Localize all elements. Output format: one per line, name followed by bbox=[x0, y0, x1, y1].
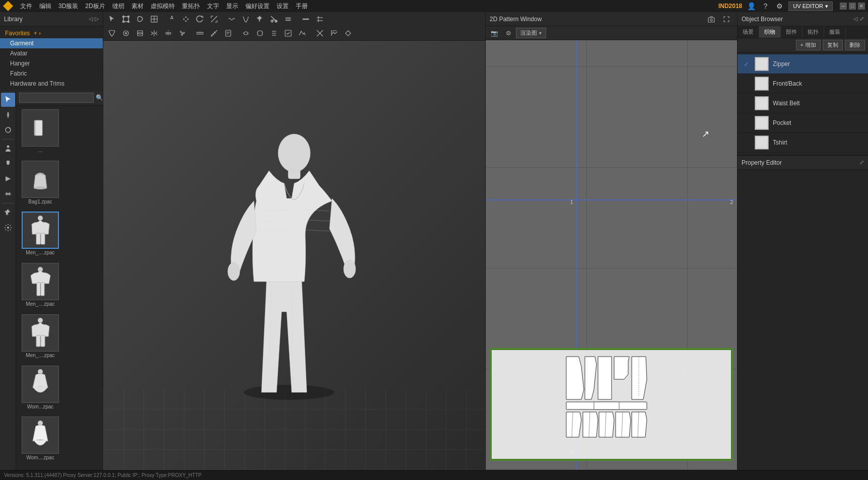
object-item-pocket[interactable]: ✓ Pocket bbox=[738, 113, 868, 133]
object-item-waistbelt[interactable]: ✓ Waist Belt bbox=[738, 94, 868, 113]
object-item-frontback[interactable]: ✓ Front/Back bbox=[738, 74, 868, 94]
menu-2d-panel[interactable]: 2D板片 bbox=[85, 2, 105, 11]
pt-camera[interactable]: 📷 bbox=[488, 27, 501, 40]
ob-close-icon[interactable]: ⤢ bbox=[859, 16, 864, 22]
vt-pin[interactable] bbox=[253, 13, 266, 26]
window-minimize-button[interactable]: ─ bbox=[840, 3, 847, 10]
library-item-fabric[interactable]: Fabric bbox=[0, 68, 103, 79]
vt-fold[interactable] bbox=[313, 13, 326, 26]
vt-extra3[interactable] bbox=[268, 27, 281, 40]
thumb-item-bag[interactable]: Bag1.zpac bbox=[20, 161, 60, 210]
object-item-zipper[interactable]: ✓ Zipper bbox=[738, 54, 868, 74]
vt-ruler[interactable] bbox=[193, 27, 207, 40]
menu-help[interactable]: 手册 bbox=[296, 2, 308, 11]
ob-expand-icon[interactable]: ◁ bbox=[853, 16, 857, 22]
menu-sewing[interactable]: 缝纫 bbox=[112, 2, 124, 11]
panel-expand-icon[interactable]: ◁ bbox=[89, 16, 93, 22]
pattern-viewport[interactable]: 2 0 1 1 ↗ bbox=[486, 40, 737, 470]
vt-extra2[interactable] bbox=[253, 27, 266, 40]
menu-display[interactable]: 显示 bbox=[226, 2, 238, 11]
vt-extra5[interactable] bbox=[296, 27, 309, 40]
pe-expand-icon[interactable]: ⤢ bbox=[859, 159, 864, 166]
tool-settings2[interactable] bbox=[1, 221, 15, 235]
vt-note[interactable] bbox=[222, 27, 235, 40]
thumb-item-women-dress1[interactable]: Wom...zpac bbox=[20, 366, 60, 415]
panel-close-icon[interactable]: ▷ bbox=[95, 16, 99, 22]
vt-extra7[interactable] bbox=[327, 27, 341, 40]
3d-viewport-canvas[interactable] bbox=[103, 42, 485, 470]
render-mode-dropdown[interactable]: 渲染图 ▾ bbox=[516, 28, 546, 38]
pt-render[interactable]: ⚙ bbox=[502, 27, 515, 40]
vt-scale[interactable] bbox=[208, 13, 221, 26]
vt-tuck[interactable] bbox=[119, 27, 132, 40]
thumb-item-women-dress2[interactable]: Wom....zpac bbox=[20, 417, 60, 466]
tab-fabric[interactable]: 织物 bbox=[759, 26, 781, 38]
vt-extra6[interactable] bbox=[313, 27, 326, 40]
vt-transform[interactable] bbox=[119, 13, 132, 26]
pattern-camera-icon[interactable] bbox=[705, 13, 718, 26]
menu-avatar[interactable]: 虚拟模特 bbox=[151, 2, 175, 11]
vt-cloth-sim[interactable] bbox=[105, 27, 118, 40]
vt-mesh-select[interactable] bbox=[148, 13, 161, 26]
menu-3d-garment[interactable]: 3D服装 bbox=[58, 2, 78, 11]
vt-topstitching[interactable] bbox=[299, 13, 312, 26]
tab-parts[interactable]: 部件 bbox=[781, 26, 803, 38]
menu-text[interactable]: 文字 bbox=[207, 2, 219, 11]
thumb-item-men-suit2[interactable]: Men_....zpac bbox=[20, 314, 60, 364]
library-item-hanger[interactable]: Hanger bbox=[0, 58, 103, 68]
account-icon[interactable]: 👤 bbox=[746, 1, 756, 11]
vt-mirror[interactable] bbox=[148, 27, 161, 40]
settings-icon[interactable]: ⚙ bbox=[774, 1, 784, 11]
menu-material[interactable]: 素材 bbox=[131, 2, 144, 11]
delete-object-button[interactable]: 删除 bbox=[845, 40, 865, 50]
search-input[interactable] bbox=[19, 93, 94, 103]
library-item-garment[interactable]: Garment bbox=[0, 38, 103, 48]
thumb-item-book[interactable]: ... bbox=[20, 109, 60, 159]
vt-cut[interactable] bbox=[268, 13, 281, 26]
vt-extra1[interactable] bbox=[239, 27, 252, 40]
add-object-button[interactable]: + 增加 bbox=[796, 40, 821, 50]
vt-arrows[interactable] bbox=[179, 13, 192, 26]
tool-avatar[interactable] bbox=[1, 142, 15, 156]
tool-stitch[interactable] bbox=[1, 187, 15, 201]
vt-drape[interactable] bbox=[239, 13, 252, 26]
menu-file[interactable]: 文件 bbox=[20, 2, 32, 11]
pattern-fullscreen-icon[interactable] bbox=[720, 13, 733, 26]
library-item-avatar[interactable]: Avatar bbox=[0, 48, 103, 58]
vt-texture[interactable] bbox=[133, 27, 147, 40]
vt-bone[interactable] bbox=[176, 27, 189, 40]
search-button[interactable]: 🔍 bbox=[96, 94, 103, 101]
object-item-tshirt[interactable]: ✓ Tshirt bbox=[738, 133, 868, 153]
duplicate-object-button[interactable]: 复制 bbox=[823, 40, 843, 50]
vt-symmetry[interactable] bbox=[162, 27, 175, 40]
vt-wrinkle[interactable] bbox=[225, 13, 238, 26]
window-close-button[interactable]: ✕ bbox=[858, 3, 865, 10]
vt-measure[interactable] bbox=[208, 27, 221, 40]
menu-retopo[interactable]: 重拓扑 bbox=[182, 2, 200, 11]
vt-select[interactable] bbox=[105, 13, 118, 26]
window-maximize-button[interactable]: □ bbox=[849, 3, 856, 10]
library-favorites[interactable]: Favorites + › bbox=[0, 28, 103, 38]
thumb-item-men-suit1[interactable]: Men_....zpac bbox=[20, 212, 60, 261]
library-item-hardware[interactable]: Hardware and Trims bbox=[0, 79, 103, 89]
tool-garment[interactable] bbox=[1, 157, 15, 171]
tab-scene[interactable]: 场景 bbox=[738, 26, 759, 38]
uv-editor-button[interactable]: UV EDITOR ▾ bbox=[788, 2, 833, 11]
vt-rotate[interactable] bbox=[193, 13, 207, 26]
thumb-item-men-shirt[interactable]: Men_....zpac bbox=[20, 263, 60, 312]
tool-rotate[interactable] bbox=[1, 123, 15, 137]
vt-move[interactable] bbox=[165, 13, 178, 26]
tool-select[interactable] bbox=[1, 93, 15, 107]
tool-move[interactable] bbox=[1, 108, 15, 122]
menu-edit[interactable]: 编辑 bbox=[39, 2, 51, 11]
tab-topo[interactable]: 拓扑 bbox=[803, 26, 824, 38]
vt-stitch[interactable] bbox=[282, 13, 295, 26]
vt-extra8[interactable] bbox=[342, 27, 355, 40]
vt-extra4[interactable] bbox=[282, 27, 295, 40]
tab-garment[interactable]: 服装 bbox=[824, 26, 846, 38]
tool-pin[interactable] bbox=[1, 205, 15, 220]
menu-preferences[interactable]: 偏好设置 bbox=[245, 2, 270, 11]
help-icon[interactable]: ? bbox=[760, 1, 770, 11]
menu-settings[interactable]: 设置 bbox=[277, 2, 289, 11]
vt-lasso[interactable] bbox=[133, 13, 147, 26]
